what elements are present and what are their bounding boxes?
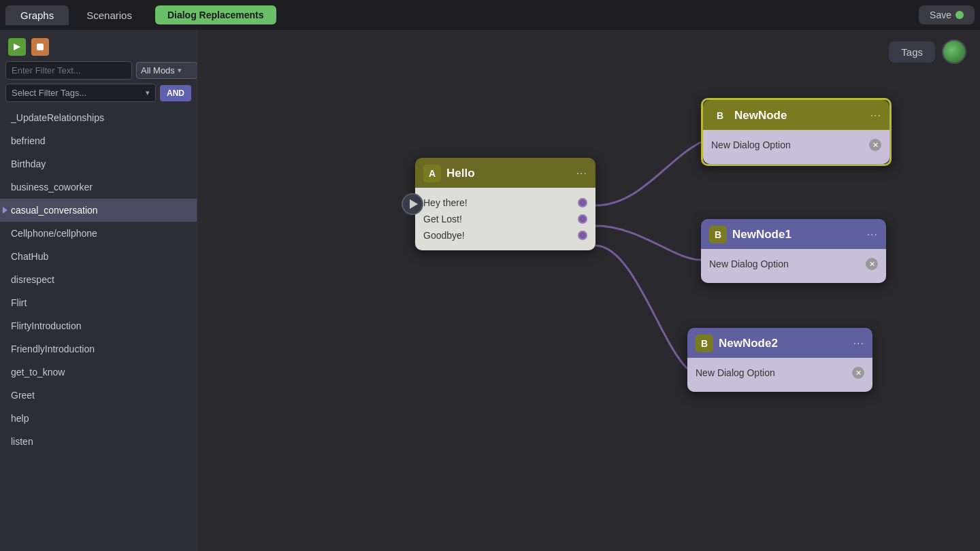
getlost-connector[interactable] (578, 214, 587, 224)
mods-label: All Mods (141, 65, 175, 76)
node-newnode1-menu-icon[interactable]: ··· (867, 229, 878, 241)
mods-select[interactable]: All Mods ▾ (136, 62, 197, 79)
svg-rect-1 (37, 44, 44, 50)
save-label: Save (930, 10, 951, 20)
green-icon[interactable] (8, 38, 26, 56)
main-area: All Mods ▾ Select Filter Tags... ▾ AND _… (0, 30, 980, 551)
node-newnode-title: NewNode (734, 109, 865, 122)
hey-connector[interactable] (578, 198, 587, 207)
filter-row: All Mods ▾ (5, 61, 191, 80)
node-hello-title: Hello (446, 167, 571, 180)
node-option-hey[interactable]: Hey there! (423, 195, 587, 211)
and-button[interactable]: AND (160, 85, 191, 101)
canvas[interactable]: Tags A Hello ··· Hey there! (197, 30, 980, 551)
sidebar-item-business_coworker[interactable]: business_coworker (0, 176, 197, 199)
node-hello-header: A Hello ··· (415, 158, 595, 188)
sidebar-item-befriend[interactable]: befriend (0, 129, 197, 152)
node-hello-body: Hey there! Get Lost! Goodbye! (415, 188, 595, 250)
newnode2-dialog-row: New Dialog Option ✕ (696, 365, 864, 381)
sidebar-item-Cellphone/cellphone[interactable]: Cellphone/cellphone (0, 222, 197, 245)
sidebar-item-Flirt[interactable]: Flirt (0, 291, 197, 314)
sidebar-item-Birthday[interactable]: Birthday (0, 152, 197, 176)
tab-scenarios[interactable]: Scenarios (71, 5, 147, 25)
sidebar-item-disrespect[interactable]: disrespect (0, 268, 197, 291)
tab-graphs[interactable]: Graphs (5, 5, 69, 25)
sidebar-controls: All Mods ▾ Select Filter Tags... ▾ AND (0, 30, 197, 106)
tags-placeholder: Select Filter Tags... (12, 88, 86, 98)
node-newnode-badge: B (711, 107, 729, 124)
tags-row: Select Filter Tags... ▾ AND (5, 84, 191, 102)
node-newnode2[interactable]: B NewNode2 ··· New Dialog Option ✕ (687, 328, 872, 392)
sidebar-item-_UpdateRelationships[interactable]: _UpdateRelationships (0, 106, 197, 129)
svg-marker-0 (14, 44, 20, 50)
option-goodbye-text: Goodbye! (423, 230, 578, 241)
node-newnode2-title: NewNode2 (719, 337, 848, 350)
tab-dialog-replacements[interactable]: Dialog Replacements (155, 5, 276, 24)
tags-select[interactable]: Select Filter Tags... ▾ (5, 84, 156, 102)
node-hello-badge: A (423, 165, 441, 182)
sidebar-icons-row (5, 35, 191, 57)
newnode2-dialog-text: New Dialog Option (696, 367, 775, 378)
orange-icon[interactable] (31, 38, 49, 56)
save-indicator (956, 11, 964, 19)
play-icon (410, 199, 418, 209)
sidebar-item-listen[interactable]: listen (0, 430, 197, 453)
node-newnode1-title: NewNode1 (732, 228, 862, 241)
node-newnode[interactable]: B NewNode ··· New Dialog Option ✕ (701, 98, 892, 166)
node-newnode2-header: B NewNode2 ··· (687, 328, 872, 358)
newnode1-dialog-text: New Dialog Option (709, 258, 789, 269)
sidebar-item-help[interactable]: help (0, 407, 197, 430)
sidebar-list: _UpdateRelationshipsbefriendBirthdaybusi… (0, 106, 197, 551)
sidebar-item-casual_conversation[interactable]: casual_conversation (0, 199, 197, 222)
save-button[interactable]: Save (919, 5, 975, 24)
sidebar-item-get_to_know[interactable]: get_to_know (0, 361, 197, 384)
node-newnode2-body: New Dialog Option ✕ (687, 358, 872, 392)
node-newnode1-header: B NewNode1 ··· (701, 219, 886, 249)
node-option-getlost[interactable]: Get Lost! (423, 211, 587, 227)
sidebar-item-Greet[interactable]: Greet (0, 384, 197, 407)
sidebar-item-FlirtyIntroduction[interactable]: FlirtyIntroduction (0, 314, 197, 337)
newnode2-close-icon[interactable]: ✕ (852, 367, 864, 379)
node-newnode1-badge: B (709, 226, 727, 244)
node-newnode2-menu-icon[interactable]: ··· (853, 337, 864, 350)
node-newnode1-body: New Dialog Option ✕ (701, 249, 886, 283)
tags-button[interactable]: Tags (889, 41, 935, 63)
node-newnode-menu-icon[interactable]: ··· (870, 110, 881, 122)
canvas-top-right: Tags (889, 39, 966, 64)
mods-arrow-icon: ▾ (178, 66, 182, 75)
sidebar-item-FriendlyIntroduction[interactable]: FriendlyIntroduction (0, 337, 197, 361)
node-option-goodbye[interactable]: Goodbye! (423, 227, 587, 244)
option-getlost-text: Get Lost! (423, 214, 578, 224)
node-hello[interactable]: A Hello ··· Hey there! Get Lost! Goodbye… (415, 158, 595, 250)
newnode-dialog-row: New Dialog Option ✕ (711, 137, 881, 153)
top-nav: Graphs Scenarios Dialog Replacements Sav… (0, 0, 980, 30)
sidebar-item-ChatHub[interactable]: ChatHub (0, 245, 197, 268)
goodbye-connector[interactable] (578, 231, 587, 240)
play-button[interactable] (402, 193, 423, 215)
node-hello-menu-icon[interactable]: ··· (576, 167, 587, 180)
newnode-close-icon[interactable]: ✕ (869, 139, 881, 151)
tags-arrow-icon: ▾ (146, 88, 150, 97)
newnode-dialog-text: New Dialog Option (711, 139, 791, 150)
avatar[interactable] (942, 39, 966, 64)
node-newnode-header: B NewNode ··· (703, 100, 889, 130)
newnode1-dialog-row: New Dialog Option ✕ (709, 256, 878, 272)
node-newnode1[interactable]: B NewNode1 ··· New Dialog Option ✕ (701, 219, 886, 283)
node-newnode2-badge: B (696, 335, 713, 352)
newnode1-close-icon[interactable]: ✕ (866, 258, 878, 270)
node-newnode-body: New Dialog Option ✕ (703, 130, 889, 164)
option-hey-text: Hey there! (423, 197, 578, 208)
filter-input[interactable] (5, 61, 132, 80)
sidebar: All Mods ▾ Select Filter Tags... ▾ AND _… (0, 30, 197, 551)
